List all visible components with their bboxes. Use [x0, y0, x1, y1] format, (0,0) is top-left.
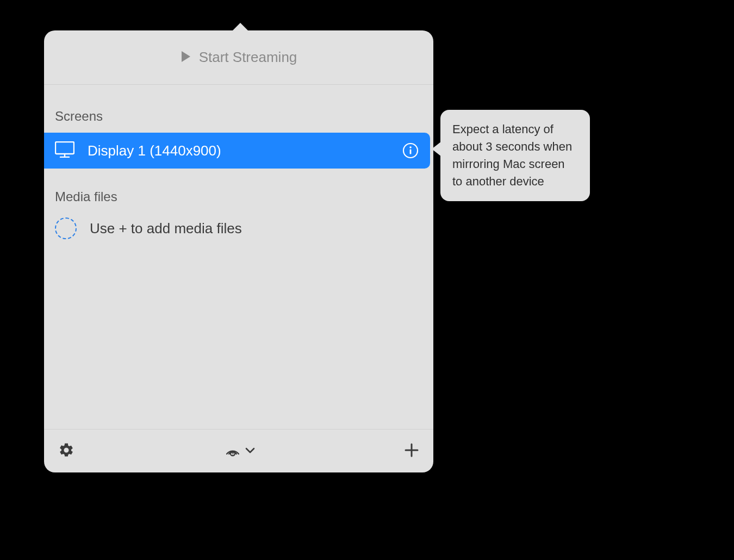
- media-section: Media files Use + to add media files: [44, 189, 433, 244]
- latency-tooltip: Expect a latency of about 3 seconds when…: [440, 110, 590, 201]
- screen-row-display1[interactable]: Display 1 (1440x900): [44, 133, 430, 169]
- settings-button[interactable]: [58, 442, 74, 461]
- media-empty-row: Use + to add media files: [44, 213, 433, 244]
- display-icon: [55, 141, 74, 160]
- svg-text:?: ?: [232, 452, 234, 456]
- panel-footer: ?: [44, 429, 433, 472]
- media-section-label: Media files: [44, 189, 433, 204]
- screens-section-label: Screens: [44, 109, 433, 124]
- tooltip-arrow: [432, 141, 441, 157]
- tooltip-text: Expect a latency of about 3 seconds when…: [452, 122, 572, 188]
- play-icon: [181, 51, 191, 65]
- chevron-down-icon: [245, 446, 255, 456]
- screen-row-label: Display 1 (1440x900): [88, 142, 402, 159]
- start-streaming-button[interactable]: Start Streaming: [44, 30, 433, 85]
- plus-icon: [404, 443, 419, 460]
- media-hint-label: Use + to add media files: [90, 220, 242, 237]
- dashed-circle-icon: [55, 217, 77, 239]
- cast-target-icon: ?: [223, 441, 242, 462]
- streaming-panel: Start Streaming Screens Display 1 (1440x…: [44, 30, 433, 472]
- svg-rect-0: [55, 142, 74, 154]
- gear-icon: [58, 442, 74, 461]
- panel-body: Screens Display 1 (1440x900) Media files: [44, 85, 433, 429]
- device-selector-button[interactable]: ?: [223, 441, 255, 462]
- svg-point-4: [409, 146, 412, 148]
- popover-arrow: [232, 23, 249, 32]
- start-streaming-label: Start Streaming: [199, 49, 297, 66]
- info-icon[interactable]: [402, 142, 419, 159]
- add-button[interactable]: [404, 443, 419, 460]
- svg-rect-5: [410, 150, 412, 154]
